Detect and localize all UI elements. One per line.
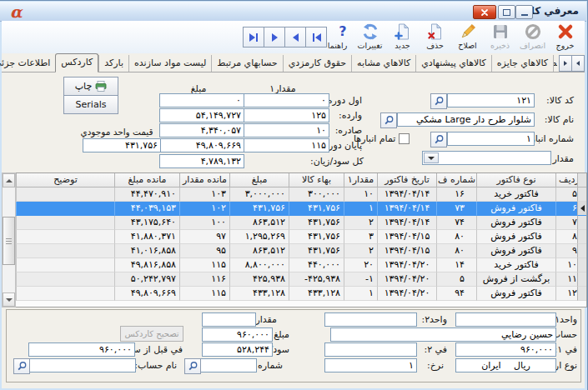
table-cell-price: ۴۳۱,۷۵۶: [289, 202, 344, 216]
header-amount[interactable]: مبلغ: [229, 173, 289, 188]
scrollbar-up-button[interactable]: [3, 173, 15, 188]
table-row[interactable]: ۱۲فاكتور فروش۹۴۱۳۹۴/۰۴/۲۰۱۴۳۳,۱۲۸۴۳۳,۱۲۸…: [16, 287, 586, 301]
tab-surface[interactable]: سطحي كالاها: [553, 55, 557, 72]
scrollbar-thumb[interactable]: [3, 217, 15, 265]
table-row[interactable]: ۱۱برگشت از فروش۵۱۳۹۴/۰۴/۲۰-۱-۴۲۵,۹۳۸۴۲۵,…: [16, 272, 586, 287]
item-name-input[interactable]: شلوار طرح دار Large مشكي: [397, 112, 535, 127]
qty2-input[interactable]: [202, 312, 256, 327]
header-note[interactable]: توضيح: [16, 173, 114, 188]
fee-before-input[interactable]: ۹۶۰,۰۰۰: [28, 342, 135, 357]
table-scrollbar[interactable]: [2, 172, 16, 308]
table-cell-price: ۴۴۰,۰۰۰: [289, 258, 344, 272]
table-cell-remain_amount: ۴۱,۰۱۶,۸۵۸: [114, 244, 179, 258]
account-name-search-button[interactable]: [13, 358, 30, 374]
table-cell-qty: ۱۰: [344, 188, 377, 202]
table-cell-no: ۸۰: [436, 230, 476, 244]
table-cell-remain_qty: ۱۰۲: [179, 202, 229, 216]
toolbar-button-changes[interactable]: تغييرات: [354, 22, 386, 52]
record-selector-cell[interactable]: [577, 287, 586, 301]
currency-input[interactable]: ريال ايران: [455, 358, 556, 372]
table-row[interactable]: ۵فاكتور خريد۱۶۱۳۹۴/۰۴/۱۴۱۰۳۰۰,۰۰۰۳,۰۰۰,۰…: [16, 188, 586, 202]
scrollbar-down-button[interactable]: [3, 292, 15, 307]
header-unit-price[interactable]: بهاء كالا: [289, 173, 344, 188]
warehouse-search-button[interactable]: [430, 132, 447, 148]
tab-materials-list[interactable]: ليست مواد سازنده: [128, 55, 211, 72]
unit2-input[interactable]: [324, 312, 417, 327]
item-code-search-button[interactable]: [430, 93, 447, 109]
minimize-button[interactable]: [515, 5, 533, 19]
table-row[interactable]: ۷فاكتور فروش۷۴۱۳۹۴/۰۴/۱۴۲۴۳۱,۷۵۶۸۶۳,۵۱۲۱…: [16, 216, 586, 230]
account-input[interactable]: حسين رضايي: [330, 328, 556, 342]
record-selector-cell[interactable]: [577, 216, 586, 230]
nav-first-button[interactable]: [305, 27, 327, 48]
toolbar-button-edit[interactable]: اصلاح: [451, 22, 484, 52]
header-qty[interactable]: مقدار۱: [344, 173, 377, 188]
fee2-input[interactable]: [324, 342, 417, 357]
tab-kardex[interactable]: كاردكس: [55, 53, 98, 72]
table-cell-qty: ۱: [344, 202, 377, 216]
unit1-input[interactable]: [455, 312, 556, 327]
invoice-amount-input[interactable]: ۹۶۰,۰۰۰: [202, 328, 273, 342]
profit-input[interactable]: ۵۲۸,۲۴۴: [202, 342, 273, 357]
account-name-input[interactable]: [29, 358, 136, 372]
unit2-label: واحد۲:: [421, 314, 447, 325]
toolbar-button-new[interactable]: جديد: [386, 22, 419, 52]
close-button[interactable]: [473, 5, 496, 19]
record-selector-cell[interactable]: [577, 202, 586, 216]
record-selector-cell[interactable]: [577, 272, 586, 287]
warehouse-input[interactable]: ۱: [447, 132, 535, 146]
item-name-search-button[interactable]: [380, 112, 397, 128]
item-code-input[interactable]: ۱۲۱: [447, 93, 535, 108]
tab-scroll-left-button[interactable]: [571, 55, 585, 72]
quantity1-combobox[interactable]: [422, 151, 551, 165]
table-cell-qty: ۳: [344, 230, 377, 244]
next-record-icon: [272, 33, 278, 42]
serials-button[interactable]: Serials: [63, 95, 118, 114]
tab-commission[interactable]: حقوق كارمزدي: [283, 55, 351, 72]
header-invoice-no[interactable]: شماره ف: [436, 173, 476, 188]
unit-price-label: قيمت واحد موجودي: [78, 127, 155, 137]
table-cell-row: ۶: [555, 202, 577, 216]
fee1-input[interactable]: ۹۶۰,۰۰۰: [455, 342, 556, 357]
record-selector-cell[interactable]: [577, 188, 586, 202]
account-no-input[interactable]: [200, 358, 257, 372]
table-row[interactable]: ۸فاكتور فروش۸۰۱۳۹۴/۰۴/۱۵۳۴۳۱,۷۵۶۱,۲۹۵,۲۶…: [16, 230, 586, 244]
table-row[interactable]: ۱۰فاكتور خريد۱۴۱۳۹۴/۰۴/۲۰۲۰۴۴۰,۰۰۰۸,۸۰۰,…: [16, 258, 586, 272]
header-invoice-date[interactable]: تاريخ فاكتور: [377, 173, 436, 188]
header-remain-amount[interactable]: مانده مبلغ: [114, 173, 179, 188]
account-no-search-button[interactable]: [184, 358, 201, 374]
table-cell-amount: ۳,۰۰۰,۰۰۰: [229, 188, 289, 202]
table-cell-note: [16, 287, 114, 301]
tab-barcode[interactable]: باركد: [98, 55, 128, 72]
combobox-dropdown-button[interactable]: [424, 152, 439, 163]
record-selector-cell[interactable]: [577, 244, 586, 258]
toolbar-button-exit[interactable]: خروج: [549, 22, 581, 52]
tab-related-accounts[interactable]: حسابهاي مرتبط: [211, 55, 282, 72]
all-warehouses-checkbox[interactable]: [399, 133, 410, 144]
table-cell-no: ۷۴: [436, 216, 476, 230]
rate-input[interactable]: ۱: [324, 358, 417, 372]
toolbar-button-delete[interactable]: حذف: [419, 22, 451, 52]
table-cell-date: ۱۳۹۴/۰۴/۲۰: [377, 287, 436, 301]
maximize-button[interactable]: [498, 5, 515, 19]
tab-detail-info[interactable]: اطلاعات جزئي: [0, 55, 55, 72]
nav-last-button[interactable]: [243, 27, 264, 48]
header-remain-qty[interactable]: مانده مقدار: [179, 173, 229, 188]
header-invoice-type[interactable]: نوع فاكتور: [476, 173, 555, 188]
tab-suggested-goods[interactable]: كالاهاي پيشنهادي: [415, 55, 491, 72]
record-selector-cell[interactable]: [577, 258, 586, 272]
tab-similar-goods[interactable]: كالاهاي مشابه: [351, 55, 415, 72]
tab-scroll-right-button[interactable]: [559, 55, 572, 72]
nav-prev-button[interactable]: [284, 27, 306, 48]
search-icon: [434, 134, 445, 145]
header-row-number[interactable]: رديف: [555, 173, 577, 188]
print-button[interactable]: چاپ: [63, 77, 118, 96]
table-row[interactable]: ۶فاكتور فروش۷۳۱۳۹۴/۰۴/۱۴۱۴۳۱,۷۵۶۴۳۱,۷۵۶۱…: [16, 202, 586, 216]
minimize-icon: [521, 14, 528, 16]
table-row[interactable]: ۹فاكتور فروش۸۰۱۳۹۴/۰۴/۱۵۲۴۳۱,۷۵۶۸۶۳,۵۱۲۹…: [16, 244, 586, 258]
tab-bonus-goods[interactable]: كالاهاي جايزه: [491, 55, 553, 72]
table-cell-remain_qty: ۱۱۶: [179, 272, 229, 287]
table-cell-date: ۱۳۹۴/۰۴/۱۵: [377, 230, 436, 244]
nav-next-button[interactable]: [264, 27, 285, 48]
record-selector-cell[interactable]: [577, 230, 586, 244]
